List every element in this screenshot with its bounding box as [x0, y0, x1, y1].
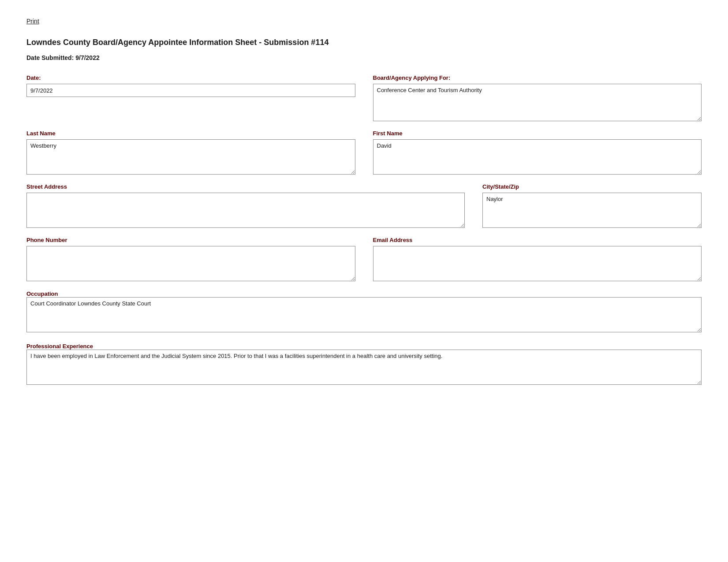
date-group: Date: — [26, 74, 355, 97]
occupation-section: Occupation Court Coordinator Lowndes Cou… — [26, 290, 702, 334]
date-submitted-row: Date Submitted: 9/7/2022 — [26, 54, 702, 61]
print-link[interactable]: Print — [26, 18, 702, 25]
professional-experience-section: Professional Experience I have been empl… — [26, 342, 702, 386]
occupation-label: Occupation — [26, 290, 58, 297]
city-state-zip-textarea[interactable]: Naylor — [482, 193, 702, 228]
last-name-textarea[interactable]: Westberry — [26, 139, 355, 175]
date-submitted-value: 9/7/2022 — [75, 54, 100, 61]
board-agency-textarea[interactable]: Conference Center and Tourism Authority — [373, 84, 702, 121]
first-name-textarea[interactable]: David — [373, 139, 702, 175]
city-state-zip-group: City/State/Zip Naylor — [482, 183, 702, 228]
first-name-label: First Name — [373, 130, 702, 137]
name-row: Last Name Westberry First Name David — [26, 130, 702, 175]
phone-number-group: Phone Number — [26, 237, 355, 281]
board-agency-group: Board/Agency Applying For: Conference Ce… — [373, 74, 702, 121]
professional-experience-textarea[interactable]: I have been employed in Law Enforcement … — [26, 350, 702, 385]
phone-number-textarea[interactable] — [26, 246, 355, 281]
address-row: Street Address City/State/Zip Naylor — [26, 183, 702, 228]
street-address-label: Street Address — [26, 183, 465, 190]
occupation-textarea[interactable]: Court Coordinator Lowndes County State C… — [26, 297, 702, 332]
last-name-group: Last Name Westberry — [26, 130, 355, 175]
professional-experience-label: Professional Experience — [26, 343, 93, 350]
date-input[interactable] — [26, 84, 355, 97]
street-address-textarea[interactable] — [26, 193, 465, 228]
phone-number-label: Phone Number — [26, 237, 355, 243]
board-agency-label: Board/Agency Applying For: — [373, 74, 702, 81]
email-address-label: Email Address — [373, 237, 702, 243]
date-board-row: Date: Board/Agency Applying For: Confere… — [26, 74, 702, 121]
page-title: Lowndes County Board/Agency Appointee In… — [26, 38, 702, 47]
date-label: Date: — [26, 74, 355, 81]
email-address-group: Email Address — [373, 237, 702, 281]
email-address-textarea[interactable] — [373, 246, 702, 281]
date-submitted-label: Date Submitted: — [26, 54, 74, 61]
city-state-zip-label: City/State/Zip — [482, 183, 702, 190]
first-name-group: First Name David — [373, 130, 702, 175]
last-name-label: Last Name — [26, 130, 355, 137]
phone-email-row: Phone Number Email Address — [26, 237, 702, 281]
street-address-group: Street Address — [26, 183, 465, 228]
